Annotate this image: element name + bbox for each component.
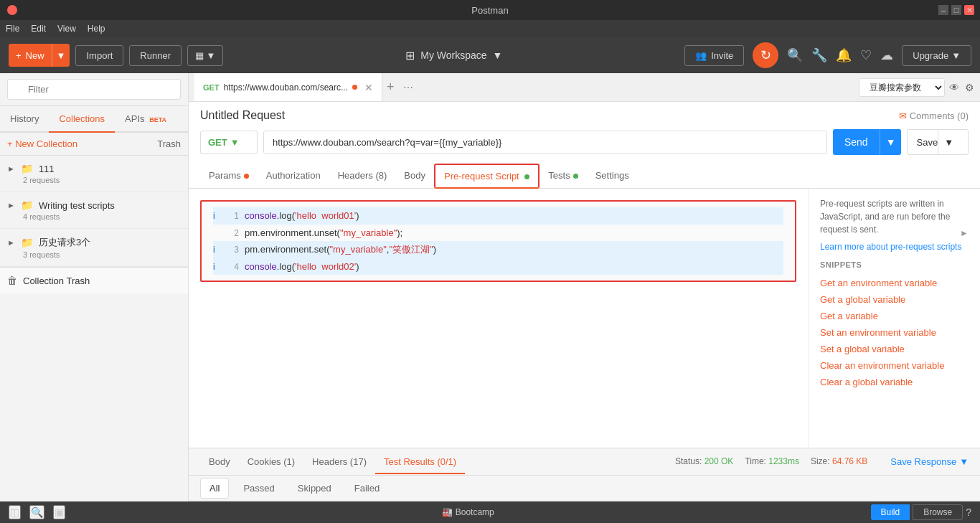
settings-icon-button[interactable]: ⚙ [965,82,974,93]
menu-file[interactable]: File [6,24,19,34]
save-button[interactable]: Save ▼ [907,129,969,155]
test-results-label: Test Results [384,456,437,467]
terminal-button[interactable]: ▣ [53,505,65,519]
browse-button[interactable]: Browse [913,504,963,520]
resp-subtab-passed[interactable]: Passed [235,479,283,498]
save-response-button[interactable]: Save Response ▼ [890,456,969,467]
maximize-button[interactable]: □ [951,5,961,15]
resp-tab-test-results[interactable]: Test Results (0/1) [375,451,465,474]
wrench-icon-button[interactable]: 🔧 [811,47,827,63]
window-close-dot[interactable] [7,5,17,15]
tab-collections[interactable]: Collections [49,106,115,133]
resp-subtab-skipped[interactable]: Skipped [289,479,340,498]
trash-button[interactable]: Trash [157,138,181,149]
menu-help[interactable]: Help [88,24,105,34]
response-stats: Status: 200 OK Time: 1233ms Size: 64.76 … [675,456,969,467]
bootcamp-label: Bootcamp [456,507,494,517]
workspace-label: My Workspace [420,50,486,61]
grid-view-button[interactable]: ◫ [9,505,21,519]
search-button[interactable]: 🔍 [29,505,44,519]
request-name[interactable]: Untitled Request [200,109,285,122]
runner-button[interactable]: Runner [129,45,182,66]
menu-edit[interactable]: Edit [31,24,46,34]
resp-subtab-all[interactable]: All [200,478,229,499]
save-dropdown-arrow[interactable]: ▼ [938,130,959,154]
test-results-count: (0/1) [437,456,456,467]
resp-tab-body[interactable]: Body [200,451,239,474]
snippet-get-variable[interactable]: Get a variable [820,308,969,324]
env-selector: 豆瓣搜索参数 👁 ⚙ [859,78,974,97]
line-num-2: 2 [227,226,239,242]
invite-button[interactable]: 👥 Invite [684,45,744,66]
resp-subtab-failed[interactable]: Failed [346,479,388,498]
collection-count: 2 requests [7,176,181,184]
tab-tests[interactable]: Tests [540,164,586,188]
toolbar: + New ▼ Import Runner ▦ ▼ ⊞ My Workspace… [0,37,980,73]
snippet-get-global[interactable]: Get a global variable [820,291,969,308]
cloud-icon-button[interactable]: ☁ [880,47,893,63]
snippet-get-env[interactable]: Get an environment variable [820,275,969,291]
eye-icon-button[interactable]: 👁 [949,82,959,93]
tab-pre-request-script[interactable]: Pre-request Script [434,164,540,189]
tab-body[interactable]: Body [395,164,434,188]
method-selector[interactable]: GET ▼ [200,131,258,154]
request-tab-active[interactable]: GET https://www.douban.com/searc... ✕ [194,73,382,101]
upgrade-button[interactable]: Upgrade ▼ [902,45,971,66]
build-button[interactable]: Build [871,504,910,520]
new-button[interactable]: + New ▼ [9,44,70,67]
collapse-arrow-icon: ► [7,201,15,209]
send-button[interactable]: Send ▼ [833,129,902,155]
workspace-selector[interactable]: ⊞ My Workspace ▼ [405,49,502,62]
snippet-set-env[interactable]: Set an environment variable [820,324,969,341]
snippets-header: Pre-request scripts are written in JavaS… [820,197,969,269]
collection-item-history[interactable]: ► 📁 历史请求3个 3 requests [0,229,188,267]
comments-label: Comments (0) [910,110,969,121]
search-global-button[interactable]: 🔍 [787,47,803,63]
bootcamp-button[interactable]: 🏭 Bootcamp [442,507,494,517]
more-tabs-button[interactable]: ⋯ [399,82,418,93]
tab-history[interactable]: History [0,106,49,133]
menu-view[interactable]: View [57,24,76,34]
tab-close-icon[interactable]: ✕ [364,82,373,93]
code-line-3: i 3 pm.environment.set("my_variable","笑傲… [213,241,783,258]
comments-link[interactable]: ✉ Comments (0) [899,110,969,121]
proxy-button[interactable]: ▦ ▼ [187,45,223,66]
snippet-set-global[interactable]: Set a global variable [820,341,969,357]
resp-tab-headers[interactable]: Headers (17) [303,451,375,474]
collection-trash-item[interactable]: 🗑 Collection Trash [0,267,188,293]
tab-authorization[interactable]: Authorization [258,164,329,188]
snippets-expand-arrow[interactable]: ► [960,228,969,238]
collapse-arrow-icon: ► [7,238,15,247]
code-editor[interactable]: i 1 console.log('hello world01') 2 pm.en… [200,200,796,282]
filter-input[interactable] [7,79,181,100]
bootcamp-icon: 🏭 [442,507,453,517]
line-code-4: console.log('hello world02') [245,258,359,275]
help-button[interactable]: ? [966,504,971,520]
tab-headers[interactable]: Headers (8) [329,164,396,188]
toolbar-right: 👥 Invite ↻ 🔍 🔧 🔔 ♡ ☁ Upgrade ▼ [684,42,971,68]
tab-params[interactable]: Params [200,164,258,188]
sync-button[interactable]: ↻ [753,42,778,68]
new-dropdown-arrow[interactable]: ▼ [52,44,70,67]
collection-name: 历史请求3个 [39,236,90,249]
environment-dropdown[interactable]: 豆瓣搜索参数 [859,78,945,97]
close-button[interactable]: ✕ [964,5,974,15]
tab-settings[interactable]: Settings [587,164,638,188]
bell-icon-button[interactable]: 🔔 [836,47,852,63]
send-dropdown-arrow[interactable]: ▼ [880,129,902,155]
collection-item-111[interactable]: ► 📁 111 2 requests [0,156,188,192]
snippet-clear-env[interactable]: Clear an environment variable [820,357,969,374]
add-tab-button[interactable]: + [382,80,399,95]
snippets-learn-link[interactable]: Learn more about pre-request scripts [820,242,969,252]
url-input[interactable] [263,131,827,154]
sidebar-tabs: History Collections APIs BETA [0,106,188,133]
resp-tab-cookies[interactable]: Cookies (1) [239,451,303,474]
heart-icon-button[interactable]: ♡ [860,47,872,63]
new-collection-button[interactable]: + New Collection [7,138,77,149]
minimize-button[interactable]: – [938,5,948,15]
tab-apis[interactable]: APIs BETA [115,106,176,133]
collection-item-writing[interactable]: ► 📁 Writing test scripts 4 requests [0,192,188,229]
snippet-clear-global[interactable]: Clear a global variable [820,374,969,390]
snippets-panel: Pre-request scripts are written in JavaS… [808,189,980,448]
import-button[interactable]: Import [75,45,123,66]
